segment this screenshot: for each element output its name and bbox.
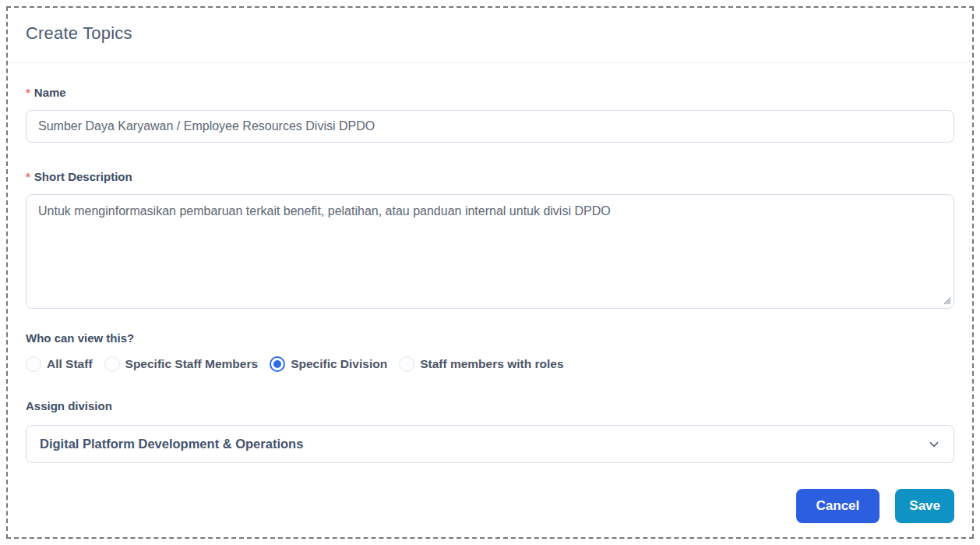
resize-handle-icon[interactable] (942, 296, 951, 305)
radio-circle-icon (399, 356, 414, 372)
modal-body: *Name *Short Description Untuk menginfor… (8, 63, 972, 489)
radio-circle-icon (270, 356, 285, 372)
radio-circle-icon (104, 356, 120, 372)
visibility-question-label: Who can view this? (26, 331, 954, 345)
chevron-down-icon (927, 437, 941, 451)
assign-division-select[interactable]: Digital Platform Development & Operation… (26, 425, 954, 463)
visibility-field-group: Who can view this? All Staff Specific St… (26, 331, 954, 373)
radio-option-label: All Staff (47, 357, 93, 371)
cancel-button[interactable]: Cancel (796, 489, 880, 523)
create-topics-modal: Create Topics *Name *Short Description U… (6, 6, 974, 539)
name-label-text: Name (34, 86, 66, 99)
short-description-field-group: *Short Description Untuk menginformasika… (26, 169, 954, 309)
modal-footer: Cancel Save (8, 489, 972, 537)
modal-title: Create Topics (26, 21, 954, 46)
name-label: *Name (26, 85, 954, 100)
radio-circle-icon (26, 356, 41, 372)
required-asterisk: * (26, 170, 30, 183)
radio-option-label: Specific Division (291, 357, 387, 371)
short-description-textarea-wrap: Untuk menginformasikan pembaruan terkait… (26, 194, 954, 309)
radio-option-staff-members-with-roles[interactable]: Staff members with roles (399, 356, 563, 372)
radio-option-all-staff[interactable]: All Staff (26, 356, 93, 372)
short-description-label: *Short Description (26, 169, 954, 184)
name-input[interactable] (26, 110, 954, 143)
short-description-textarea[interactable]: Untuk menginformasikan pembaruan terkait… (26, 194, 954, 309)
assign-division-selected-value: Digital Platform Development & Operation… (40, 437, 303, 451)
short-description-label-text: Short Description (34, 170, 132, 183)
page: Create Topics *Name *Short Description U… (0, 0, 980, 545)
name-field-group: *Name (26, 85, 954, 143)
radio-option-specific-division[interactable]: Specific Division (270, 356, 387, 372)
assign-division-field-group: Assign division Digital Platform Develop… (26, 398, 954, 463)
visibility-radio-group: All Staff Specific Staff Members Specifi… (26, 355, 954, 373)
assign-division-label: Assign division (26, 398, 954, 413)
save-button[interactable]: Save (895, 489, 954, 523)
radio-option-label: Staff members with roles (420, 357, 563, 371)
radio-option-label: Specific Staff Members (125, 357, 259, 371)
modal-header: Create Topics (8, 8, 972, 63)
required-asterisk: * (26, 86, 30, 99)
radio-option-specific-staff-members[interactable]: Specific Staff Members (104, 356, 259, 372)
